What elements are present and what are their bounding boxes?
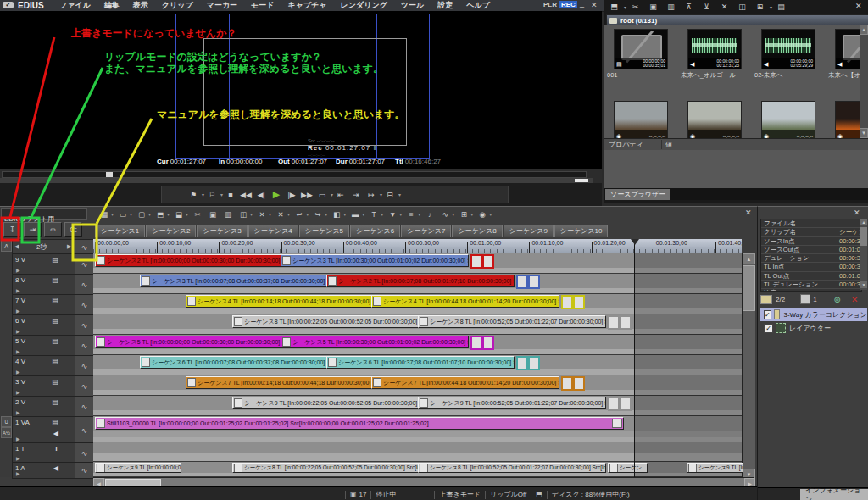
- track-expand-icon[interactable]: ▶: [16, 287, 20, 293]
- film-icon[interactable]: ▤: [52, 378, 58, 386]
- dropdown-caret-icon[interactable]: ▾: [202, 192, 204, 197]
- info-row-5[interactable]: TL In点00:00:30;00: [761, 263, 861, 271]
- dropdown-caret-icon[interactable]: ▾: [325, 211, 327, 217]
- timeline-clip[interactable]: シーケンス7 TL [In:00:00:14;18 Out:00:00:44;1…: [186, 376, 373, 389]
- source-channel-all-button[interactable]: A: [1, 240, 12, 252]
- timeline-clip[interactable]: シーケンス9 TL [In:00:0: [687, 463, 743, 473]
- menu-item-3[interactable]: クリップ: [155, 0, 200, 11]
- add-to-timeline-icon[interactable]: ⊼: [682, 2, 695, 13]
- track-ripple-toggle[interactable]: ∿: [75, 314, 94, 336]
- timeline-clip[interactable]: シーケンス4 TL [In:00:00:44;18 Out:00:01:14;2…: [371, 295, 559, 308]
- dropdown-caret-icon[interactable]: ▾: [130, 211, 132, 217]
- track-header[interactable]: 1 T▶T: [12, 442, 76, 464]
- track-expand-icon[interactable]: ▶: [16, 369, 20, 375]
- info-row-6[interactable]: TL Out点00:01:00;02: [761, 272, 861, 281]
- fit-view-icon[interactable]: ▭: [117, 208, 129, 219]
- playhead-marker-icon[interactable]: [631, 239, 639, 245]
- track-expand-icon[interactable]: ▶: [16, 389, 20, 395]
- track-ripple-toggle[interactable]: ∿: [75, 375, 94, 397]
- rec-button[interactable]: REC: [559, 1, 577, 8]
- track-ripple-toggle[interactable]: ∿: [75, 442, 94, 464]
- palette-close-button[interactable]: ✕: [854, 208, 860, 217]
- vscroll-thumb[interactable]: [743, 265, 755, 311]
- timeline-clip[interactable]: シーケンス8 TL [In:00:00:22;05 Out:00:00:52;0…: [232, 463, 420, 473]
- effect-item-0[interactable]: ✓3-Way カラーコレクション: [760, 308, 867, 321]
- drive-mode-button[interactable]: C:: [64, 222, 82, 237]
- scale-right-arrow-icon[interactable]: ▶: [67, 243, 71, 250]
- track-ripple-toggle[interactable]: ∿: [75, 253, 94, 275]
- go-to-in-point-button[interactable]: ⇤: [335, 189, 347, 201]
- clip-stub[interactable]: [482, 254, 494, 269]
- stop-button[interactable]: ■: [225, 189, 236, 201]
- dropdown-caret-icon[interactable]: ▾: [269, 211, 271, 217]
- view-mode-icon[interactable]: ⊞: [754, 2, 766, 13]
- timeline-clip[interactable]: シーケンス7 TL [In:00:00:44;18 Out:00:01:14;2…: [371, 376, 559, 389]
- ripple-mode-button[interactable]: ⇥: [24, 222, 42, 237]
- info-scroll-down-icon[interactable]: ▼: [860, 281, 867, 288]
- bin-clip-item[interactable]: ◉--:--:--:--: [753, 101, 824, 138]
- menu-item-4[interactable]: マーカー: [200, 0, 244, 11]
- timeline-clip[interactable]: シーケン‥: [608, 463, 648, 473]
- tab-sequence-8[interactable]: シーケンス8: [452, 225, 502, 237]
- playhead-line[interactable]: [634, 241, 635, 477]
- delete-effect-button[interactable]: ✕: [851, 295, 858, 304]
- dropdown-caret-icon[interactable]: ▾: [362, 211, 364, 217]
- track-ripple-toggle[interactable]: ∿: [75, 396, 94, 418]
- tab-sequence-6[interactable]: シーケンス6: [350, 225, 400, 237]
- dropdown-caret-icon[interactable]: ▾: [148, 211, 151, 217]
- open-folder-icon[interactable]: ◫: [736, 2, 748, 13]
- effect-item-1[interactable]: ✓レイアウター: [760, 321, 867, 335]
- timeline-clip[interactable]: シーケンス9 TL [In:00:00:00;00 (: [95, 463, 181, 473]
- vscroll-up-icon[interactable]: ▲: [743, 253, 755, 264]
- film-icon[interactable]: ▤: [52, 317, 58, 325]
- menu-item-9[interactable]: 設定: [431, 0, 459, 11]
- timeline-clip[interactable]: シーケンス6 TL [In:00:00:37;08 Out:00:01:07;1…: [326, 356, 515, 369]
- dropdown-caret-icon[interactable]: ▾: [381, 211, 383, 217]
- clip-stub[interactable]: [561, 295, 573, 309]
- scroll-up-icon[interactable]: ▲: [860, 25, 868, 35]
- dropdown-caret-icon[interactable]: ▾: [331, 192, 333, 197]
- timeline-clip[interactable]: シーケンス3 TL [In:00:00:07;08 Out:00:00:37;0…: [140, 275, 328, 287]
- speaker-icon[interactable]: ◀: [53, 430, 58, 437]
- timeline-clip[interactable]: シーケンス6 TL [In:00:00:07;08 Out:00:00:37;0…: [140, 356, 328, 369]
- timeline-close-button[interactable]: ✕: [745, 208, 752, 217]
- menu-item-5[interactable]: モード: [244, 0, 281, 11]
- tab-information[interactable]: インフォメーション: [800, 489, 868, 500]
- film-icon[interactable]: ▤: [52, 398, 58, 406]
- film-icon[interactable]: ▤: [52, 276, 58, 284]
- info-table-scrollbar[interactable]: ▲ ▼: [860, 219, 867, 290]
- plr-button[interactable]: PLR: [543, 1, 557, 8]
- film-icon[interactable]: ▤: [52, 358, 58, 365]
- scroll-down-icon[interactable]: ▼: [860, 128, 868, 138]
- new-sequence-icon[interactable]: ▢: [136, 208, 147, 219]
- bin-scrollbar[interactable]: ▲ ▼: [860, 25, 868, 138]
- track-ripple-toggle[interactable]: ∿: [75, 416, 94, 444]
- dropdown-caret-icon[interactable]: ▾: [167, 211, 170, 217]
- bin-clip-item[interactable]: ◉--:--:--:--: [679, 101, 750, 138]
- dropdown-caret-icon[interactable]: ▾: [111, 211, 114, 217]
- bin-clip-item[interactable]: ◉--:--:--:--: [826, 101, 860, 138]
- timescale-value[interactable]: 2秒: [36, 242, 47, 252]
- shuttle-slider[interactable]: [2, 171, 587, 178]
- info-row-8[interactable]: 速度100.00%: [761, 289, 861, 292]
- timeline-view-icon[interactable]: ▦: [98, 208, 110, 219]
- track-ripple-toggle[interactable]: ∿: [75, 335, 94, 357]
- clip-stub[interactable]: [620, 397, 632, 411]
- track-header[interactable]: 7 V▶▤: [12, 294, 76, 316]
- film-icon[interactable]: ▤: [52, 419, 58, 426]
- clip-stub[interactable]: [528, 356, 540, 370]
- delete-icon[interactable]: ✕: [718, 2, 731, 13]
- dropdown-caret-icon[interactable]: ▾: [343, 211, 346, 217]
- info-scroll-up-icon[interactable]: ▲: [860, 219, 867, 225]
- menu-item-0[interactable]: ファイル: [53, 0, 97, 11]
- title-tool-icon[interactable]: T: [368, 208, 380, 219]
- tab-sequence-9[interactable]: シーケンス9: [504, 225, 554, 237]
- track-header[interactable]: 1 VA▶▤◀: [12, 416, 76, 444]
- export-button[interactable]: ⊟: [384, 189, 396, 201]
- effect-checkbox[interactable]: ✓: [764, 324, 773, 333]
- clip-page-icon[interactable]: [800, 294, 810, 304]
- dropdown-caret-icon[interactable]: ▾: [418, 211, 420, 217]
- clip-stub[interactable]: [561, 376, 573, 391]
- film-icon[interactable]: ▤: [52, 297, 58, 304]
- undo-icon[interactable]: ↩: [293, 208, 305, 219]
